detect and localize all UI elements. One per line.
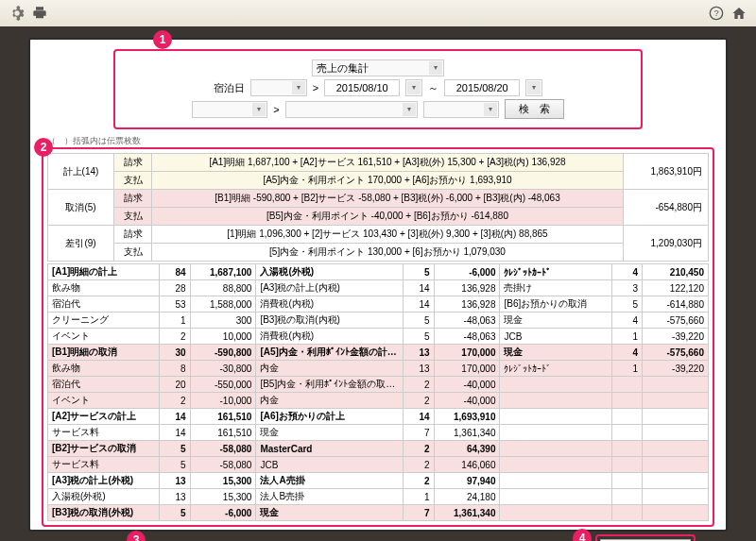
detail-cell: [A3]税の計上(内税) (256, 280, 404, 296)
date-kind-select[interactable]: ▾ (250, 79, 307, 96)
detail-cell (500, 393, 611, 409)
home-icon[interactable] (731, 6, 747, 21)
extra-select-1[interactable]: ▾ (192, 101, 267, 118)
detail-cell: 1,588,000 (190, 296, 256, 313)
detail-cell: ｸﾚｼﾞｯﾄｶｰﾄﾞ (500, 264, 611, 280)
summary-kind: 請求 (114, 154, 152, 172)
detail-cell: -614,880 (643, 296, 709, 313)
detail-cell: 161,510 (190, 425, 256, 441)
date-from-picker[interactable]: ▾ (405, 79, 422, 96)
detail-cell: [A3]税の計上(外税) (48, 473, 160, 489)
detail-cell (500, 457, 611, 473)
detail-cell: 5 (160, 457, 190, 473)
summary-total: 1,863,910円 (624, 154, 709, 190)
detail-cell (611, 393, 642, 409)
detail-cell: 内金 (256, 361, 404, 377)
detail-cell: 1 (160, 313, 190, 329)
detail-row: イベント210,000消費税(内税)5-48,063JCB1-39,220 (48, 329, 709, 345)
detail-row: [B2]サービスの取消5-58,080MasterCard264,390 (48, 441, 709, 457)
detail-cell (500, 377, 611, 393)
date-to-input[interactable]: 2015/08/20 (444, 79, 520, 96)
date-to-picker[interactable]: ▾ (525, 79, 542, 96)
date-from-input[interactable]: 2015/08/10 (324, 79, 400, 96)
chevron-down-icon: ▾ (292, 81, 305, 94)
detail-cell: [B2]サービスの取消 (48, 441, 160, 457)
summary-group: 取消(5) (48, 190, 114, 226)
results-box: 2 計上(14)請求[A1]明細 1,687,100 + [A2]サービス 16… (42, 147, 714, 527)
detail-cell (643, 409, 709, 425)
detail-cell: 170,000 (434, 345, 500, 361)
detail-cell: JCB (500, 329, 611, 345)
detail-cell: 2 (160, 393, 190, 409)
detail-cell: 消費税(内税) (256, 329, 404, 345)
print-icon[interactable] (32, 6, 47, 21)
date-label: 宿泊日 (214, 81, 245, 95)
report-type-select[interactable]: 売上の集計▾ (312, 59, 444, 76)
detail-cell: 7 (404, 425, 434, 441)
detail-cell: -6,000 (190, 505, 256, 521)
detail-cell: ｸﾚｼﾞｯﾄｶｰﾄﾞ (500, 361, 611, 377)
detail-cell: 現金 (256, 505, 404, 521)
detail-cell: 1,687,100 (190, 264, 256, 280)
gear-icon[interactable] (9, 6, 25, 21)
detail-cell: 13 (160, 489, 190, 505)
detail-cell: 30 (160, 345, 190, 361)
detail-cell: [A2]サービスの計上 (48, 409, 160, 425)
detail-cell: 現金 (256, 425, 404, 441)
detail-cell: [B3]税の取消(外税) (48, 505, 160, 521)
detail-cell: 1,361,340 (434, 505, 500, 521)
detail-cell: 宿泊代 (48, 296, 160, 313)
detail-cell: クリーニング (48, 313, 160, 329)
detail-cell: 14 (160, 425, 190, 441)
callout-3: 3 (127, 531, 146, 541)
detail-cell: JCB (256, 457, 404, 473)
detail-cell: 2 (404, 441, 434, 457)
extra-select-3[interactable]: ▾ (423, 101, 499, 118)
detail-cell: 2 (404, 393, 434, 409)
detail-cell: -30,800 (190, 361, 256, 377)
footer-bar: 3 1 4 ファイル出力 (42, 534, 714, 541)
detail-cell: 5 (611, 296, 642, 313)
summary-formula: [B5]内金・利用ポイント -40,000 + [B6]お預かり -614,88… (152, 208, 624, 226)
detail-cell: イベント (48, 393, 160, 409)
detail-cell: -40,000 (434, 393, 500, 409)
summary-group: 差引(9) (48, 226, 114, 262)
detail-cell: 飲み物 (48, 361, 160, 377)
detail-table: [A1]明細の計上841,687,100入湯税(外税)5-6,000ｸﾚｼﾞｯﾄ… (47, 263, 709, 521)
detail-row: [A1]明細の計上841,687,100入湯税(外税)5-6,000ｸﾚｼﾞｯﾄ… (48, 264, 709, 280)
detail-cell: 3 (611, 280, 642, 296)
sep-tilde: ～ (428, 81, 438, 95)
chevron-down-icon: ▾ (527, 81, 541, 94)
report-type-value: 売上の集計 (317, 62, 369, 74)
detail-cell: 2 (160, 329, 190, 345)
sep-gt-2: > (273, 104, 279, 115)
detail-row: イベント2-10,000内金2-40,000 (48, 393, 709, 409)
help-icon[interactable]: ? (709, 6, 724, 21)
search-button[interactable]: 検 索 (505, 99, 564, 119)
detail-cell (611, 409, 642, 425)
detail-row: [A2]サービスの計上14161,510[A6]お預かりの計上141,693,9… (48, 409, 709, 425)
detail-cell: 入湯税(外税) (256, 264, 404, 280)
detail-row: 飲み物8-30,800内金13170,000ｸﾚｼﾞｯﾄｶｰﾄﾞ1-39,220 (48, 361, 709, 377)
detail-cell: [B1]明細の取消 (48, 345, 160, 361)
callout-4: 4 (573, 529, 592, 541)
callout-1: 1 (153, 30, 172, 49)
summary-kind: 支払 (114, 244, 152, 262)
svg-text:?: ? (713, 8, 718, 18)
toolbar: ? (0, 0, 756, 26)
extra-select-2[interactable]: ▾ (285, 101, 418, 118)
detail-cell: 15,300 (190, 489, 256, 505)
detail-cell: サービス料 (48, 457, 160, 473)
detail-cell (500, 441, 611, 457)
detail-cell: -48,063 (434, 329, 500, 345)
detail-cell: 13 (404, 361, 434, 377)
detail-cell: 1,693,910 (434, 409, 500, 425)
detail-cell: 24,180 (434, 489, 500, 505)
detail-cell: 1 (404, 489, 434, 505)
detail-cell: 13 (404, 345, 434, 361)
summary-kind: 請求 (114, 226, 152, 244)
detail-cell (643, 505, 709, 521)
detail-cell: 4 (611, 264, 642, 280)
detail-cell: MasterCard (256, 441, 404, 457)
detail-cell: 14 (404, 409, 434, 425)
